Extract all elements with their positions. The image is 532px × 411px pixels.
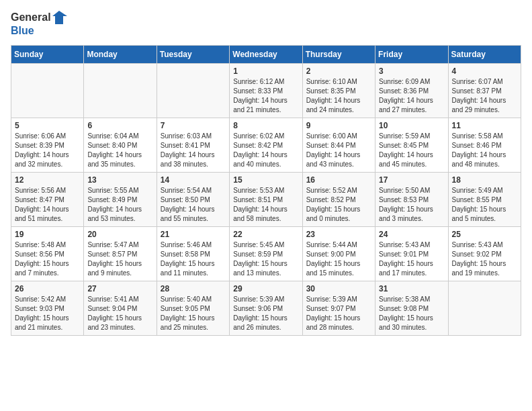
day-info: Sunrise: 6:04 AM Sunset: 8:40 PM Dayligh… — [87, 132, 152, 169]
calendar-cell: 29Sunrise: 5:39 AM Sunset: 9:06 PM Dayli… — [230, 281, 302, 336]
day-number: 16 — [306, 175, 371, 185]
calendar-cell: 15Sunrise: 5:53 AM Sunset: 8:51 PM Dayli… — [230, 173, 302, 227]
day-number: 30 — [306, 284, 371, 293]
day-number: 20 — [87, 230, 152, 239]
day-number: 23 — [306, 230, 371, 239]
day-info: Sunrise: 5:47 AM Sunset: 8:57 PM Dayligh… — [87, 240, 152, 278]
day-number: 28 — [161, 284, 226, 293]
calendar-cell: 8Sunrise: 6:02 AM Sunset: 8:42 PM Daylig… — [230, 118, 302, 173]
calendar-cell: 4Sunrise: 6:07 AM Sunset: 8:37 PM Daylig… — [448, 64, 521, 118]
calendar-cell — [84, 64, 157, 118]
calendar-week-2: 5Sunrise: 6:06 AM Sunset: 8:39 PM Daylig… — [11, 118, 521, 173]
day-info: Sunrise: 6:00 AM Sunset: 8:44 PM Dayligh… — [306, 132, 371, 169]
day-info: Sunrise: 5:54 AM Sunset: 8:50 PM Dayligh… — [161, 186, 226, 224]
calendar-cell: 30Sunrise: 5:39 AM Sunset: 9:07 PM Dayli… — [302, 281, 375, 336]
day-number: 17 — [379, 175, 444, 185]
day-number: 26 — [15, 284, 80, 293]
calendar-week-1: 1Sunrise: 6:12 AM Sunset: 8:33 PM Daylig… — [11, 64, 521, 118]
day-number: 11 — [452, 121, 517, 130]
calendar-cell: 20Sunrise: 5:47 AM Sunset: 8:57 PM Dayli… — [84, 227, 157, 281]
calendar-cell: 11Sunrise: 5:58 AM Sunset: 8:46 PM Dayli… — [448, 118, 521, 173]
day-number: 21 — [161, 230, 226, 239]
day-number: 12 — [15, 175, 80, 185]
day-info: Sunrise: 5:38 AM Sunset: 9:08 PM Dayligh… — [379, 295, 444, 332]
day-number: 22 — [233, 230, 298, 239]
day-info: Sunrise: 5:45 AM Sunset: 8:59 PM Dayligh… — [233, 240, 298, 278]
calendar-cell: 10Sunrise: 5:59 AM Sunset: 8:45 PM Dayli… — [375, 118, 448, 173]
day-number: 29 — [233, 284, 298, 293]
calendar-cell: 26Sunrise: 5:42 AM Sunset: 9:03 PM Dayli… — [11, 281, 84, 336]
page-header: General Blue — [11, 11, 521, 37]
day-number: 19 — [15, 230, 80, 239]
calendar-cell: 23Sunrise: 5:44 AM Sunset: 9:00 PM Dayli… — [302, 227, 375, 281]
calendar-cell: 19Sunrise: 5:48 AM Sunset: 8:56 PM Dayli… — [11, 227, 84, 281]
day-info: Sunrise: 6:10 AM Sunset: 8:35 PM Dayligh… — [306, 77, 371, 115]
day-number: 10 — [379, 121, 444, 130]
calendar-cell: 14Sunrise: 5:54 AM Sunset: 8:50 PM Dayli… — [157, 173, 229, 227]
day-number: 7 — [161, 121, 226, 130]
calendar-week-5: 26Sunrise: 5:42 AM Sunset: 9:03 PM Dayli… — [11, 281, 521, 336]
calendar-cell: 2Sunrise: 6:10 AM Sunset: 8:35 PM Daylig… — [302, 64, 375, 118]
day-info: Sunrise: 5:56 AM Sunset: 8:47 PM Dayligh… — [15, 186, 80, 224]
calendar-week-3: 12Sunrise: 5:56 AM Sunset: 8:47 PM Dayli… — [11, 173, 521, 227]
day-info: Sunrise: 6:12 AM Sunset: 8:33 PM Dayligh… — [233, 77, 298, 115]
calendar-cell: 5Sunrise: 6:06 AM Sunset: 8:39 PM Daylig… — [11, 118, 84, 173]
calendar-cell: 28Sunrise: 5:40 AM Sunset: 9:05 PM Dayli… — [157, 281, 229, 336]
calendar-cell: 13Sunrise: 5:55 AM Sunset: 8:49 PM Dayli… — [84, 173, 157, 227]
day-number: 5 — [15, 121, 80, 130]
day-info: Sunrise: 5:39 AM Sunset: 9:07 PM Dayligh… — [306, 295, 371, 332]
day-number: 2 — [306, 66, 371, 76]
weekday-header-saturday: Saturday — [448, 46, 521, 64]
day-number: 13 — [87, 175, 152, 185]
calendar-cell: 24Sunrise: 5:43 AM Sunset: 9:01 PM Dayli… — [375, 227, 448, 281]
calendar-cell: 17Sunrise: 5:50 AM Sunset: 8:53 PM Dayli… — [375, 173, 448, 227]
day-number: 24 — [379, 230, 444, 239]
calendar-cell: 27Sunrise: 5:41 AM Sunset: 9:04 PM Dayli… — [84, 281, 157, 336]
day-info: Sunrise: 5:50 AM Sunset: 8:53 PM Dayligh… — [379, 186, 444, 224]
calendar-cell: 18Sunrise: 5:49 AM Sunset: 8:55 PM Dayli… — [448, 173, 521, 227]
calendar-cell: 7Sunrise: 6:03 AM Sunset: 8:41 PM Daylig… — [157, 118, 229, 173]
weekday-header-monday: Monday — [84, 46, 157, 64]
day-number: 6 — [87, 121, 152, 130]
day-info: Sunrise: 5:40 AM Sunset: 9:05 PM Dayligh… — [161, 295, 226, 332]
day-number: 31 — [379, 284, 444, 293]
day-info: Sunrise: 5:41 AM Sunset: 9:04 PM Dayligh… — [87, 295, 152, 332]
calendar-cell — [11, 64, 84, 118]
day-info: Sunrise: 6:07 AM Sunset: 8:37 PM Dayligh… — [452, 77, 517, 115]
day-info: Sunrise: 5:58 AM Sunset: 8:46 PM Dayligh… — [452, 132, 517, 169]
day-info: Sunrise: 6:02 AM Sunset: 8:42 PM Dayligh… — [233, 132, 298, 169]
day-info: Sunrise: 5:42 AM Sunset: 9:03 PM Dayligh… — [15, 295, 80, 332]
day-info: Sunrise: 6:09 AM Sunset: 8:36 PM Dayligh… — [379, 77, 444, 115]
calendar-cell: 1Sunrise: 6:12 AM Sunset: 8:33 PM Daylig… — [230, 64, 302, 118]
header-row: SundayMondayTuesdayWednesdayThursdayFrid… — [11, 46, 521, 64]
calendar-cell: 22Sunrise: 5:45 AM Sunset: 8:59 PM Dayli… — [230, 227, 302, 281]
day-info: Sunrise: 5:55 AM Sunset: 8:49 PM Dayligh… — [87, 186, 152, 224]
logo-blue-text: Blue — [11, 24, 67, 37]
weekday-header-sunday: Sunday — [11, 46, 84, 64]
day-info: Sunrise: 5:53 AM Sunset: 8:51 PM Dayligh… — [233, 186, 298, 224]
calendar-cell: 31Sunrise: 5:38 AM Sunset: 9:08 PM Dayli… — [375, 281, 448, 336]
calendar-cell: 12Sunrise: 5:56 AM Sunset: 8:47 PM Dayli… — [11, 173, 84, 227]
calendar-cell: 6Sunrise: 6:04 AM Sunset: 8:40 PM Daylig… — [84, 118, 157, 173]
logo-general-text: General — [11, 11, 51, 24]
day-info: Sunrise: 5:39 AM Sunset: 9:06 PM Dayligh… — [233, 295, 298, 332]
calendar-cell: 3Sunrise: 6:09 AM Sunset: 8:36 PM Daylig… — [375, 64, 448, 118]
day-number: 27 — [87, 284, 152, 293]
calendar-cell — [448, 281, 521, 336]
day-info: Sunrise: 5:59 AM Sunset: 8:45 PM Dayligh… — [379, 132, 444, 169]
calendar-table: SundayMondayTuesdayWednesdayThursdayFrid… — [11, 45, 521, 336]
day-info: Sunrise: 5:44 AM Sunset: 9:00 PM Dayligh… — [306, 240, 371, 278]
day-info: Sunrise: 6:03 AM Sunset: 8:41 PM Dayligh… — [161, 132, 226, 169]
day-info: Sunrise: 5:46 AM Sunset: 8:58 PM Dayligh… — [161, 240, 226, 278]
day-number: 18 — [452, 175, 517, 185]
day-number: 8 — [233, 121, 298, 130]
weekday-header-wednesday: Wednesday — [230, 46, 302, 64]
day-number: 4 — [452, 66, 517, 76]
day-number: 25 — [452, 230, 517, 239]
day-number: 14 — [161, 175, 226, 185]
calendar-cell: 9Sunrise: 6:00 AM Sunset: 8:44 PM Daylig… — [302, 118, 375, 173]
logo: General Blue — [11, 11, 67, 37]
day-info: Sunrise: 5:52 AM Sunset: 8:52 PM Dayligh… — [306, 186, 371, 224]
day-info: Sunrise: 5:43 AM Sunset: 9:02 PM Dayligh… — [452, 240, 517, 278]
day-number: 9 — [306, 121, 371, 130]
